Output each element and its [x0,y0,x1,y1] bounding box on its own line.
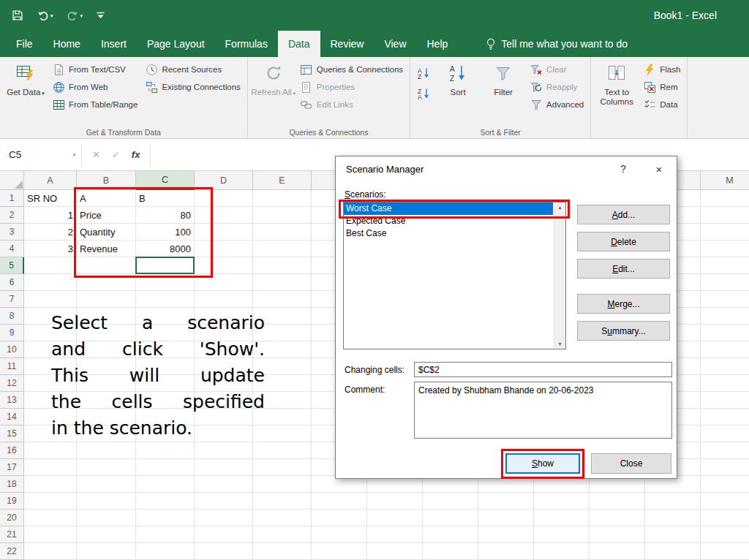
cell-c19[interactable] [136,493,195,510]
cell-m4[interactable] [701,241,749,257]
row-header-21[interactable]: 21 [0,526,24,543]
cell-h20[interactable] [423,510,478,526]
cell-d18[interactable] [195,476,253,493]
cell-b17[interactable] [77,459,136,476]
cell-c18[interactable] [136,476,195,493]
cell-d19[interactable] [195,493,253,510]
cell-d3[interactable] [195,224,253,241]
cell-b4[interactable]: Revenue [77,241,136,257]
flash-button[interactable]: Flash [639,61,684,78]
queries-connections-button[interactable]: Queries & Connections [296,61,407,78]
cell-m19[interactable] [701,493,749,510]
row-header-3[interactable]: 3 [0,224,24,241]
edit-links-button[interactable]: Edit Links [296,96,407,113]
row-header-17[interactable]: 17 [0,459,24,476]
cell-j19[interactable] [534,493,590,510]
cell-d5[interactable] [195,257,253,274]
list-scrollbar[interactable]: ▲ ▼ [554,203,565,349]
recent-sources-button[interactable]: Recent Sources [141,61,244,78]
cell-m17[interactable] [701,459,749,476]
cell-l19[interactable] [645,493,701,510]
cell-i19[interactable] [478,493,534,510]
cell-c4[interactable]: 8000 [136,241,195,257]
cell-e17[interactable] [253,459,312,476]
cell-d22[interactable] [195,543,253,560]
cell-a21[interactable] [24,526,77,543]
clear-button[interactable]: Clear [526,61,587,78]
cell-e19[interactable] [253,493,312,510]
cell-d2[interactable] [195,207,253,224]
get-data-button[interactable]: Get Data ▾ [3,58,48,97]
cell-b20[interactable] [77,510,136,526]
cell-c1[interactable]: B [136,190,195,207]
cell-c16[interactable] [136,442,195,459]
tab-tell-me-what-you-want-to-do[interactable]: Tell me what you want to do [475,31,638,57]
cell-m15[interactable] [701,425,749,442]
row-header-10[interactable]: 10 [0,341,24,358]
scroll-down-icon[interactable]: ▼ [557,341,562,347]
cell-b6[interactable] [77,274,136,291]
cell-b19[interactable] [77,493,136,510]
scenario-item-worst-case[interactable]: Worst Case [344,203,553,215]
edit-button[interactable]: Edit... [577,259,670,279]
cell-a18[interactable] [24,476,77,493]
row-header-12[interactable]: 12 [0,375,24,392]
row-header-11[interactable]: 11 [0,358,24,375]
cell-f22[interactable] [312,543,367,560]
redo-button[interactable]: ▾ [67,10,83,21]
cell-m3[interactable] [701,224,749,241]
row-header-6[interactable]: 6 [0,274,24,291]
cell-c6[interactable] [136,274,195,291]
cell-j22[interactable] [534,543,590,560]
tab-formulas[interactable]: Formulas [215,31,278,57]
data-button[interactable]: Data [639,96,684,113]
cell-d6[interactable] [195,274,253,291]
cell-i20[interactable] [478,510,534,526]
cell-c5[interactable] [136,257,195,274]
cell-c21[interactable] [136,526,195,543]
row-header-1[interactable]: 1 [0,190,24,207]
close-icon[interactable]: × [642,156,676,181]
row-header-4[interactable]: 4 [0,241,24,257]
cell-m13[interactable] [701,392,749,409]
cell-e16[interactable] [253,442,312,459]
tab-help[interactable]: Help [417,31,459,57]
cell-l21[interactable] [645,526,701,543]
row-header-15[interactable]: 15 [0,425,24,442]
cell-e1[interactable] [253,190,312,207]
cell-m10[interactable] [701,341,749,358]
cell-a4[interactable]: 3 [24,241,77,257]
cell-b2[interactable]: Price [77,207,136,224]
row-header-19[interactable]: 19 [0,493,24,510]
close-button[interactable]: Close [591,453,671,474]
show-button[interactable]: Show [505,453,580,474]
undo-button[interactable]: ▾ [37,10,53,21]
tab-data[interactable]: Data [278,31,320,57]
cell-l22[interactable] [645,543,701,560]
cell-m6[interactable] [701,274,749,291]
from-text-csv-button[interactable]: From Text/CSV [48,61,141,78]
row-header-5[interactable]: 5 [0,257,24,274]
cell-c20[interactable] [136,510,195,526]
row-header-9[interactable]: 9 [0,325,24,341]
cell-e6[interactable] [253,274,312,291]
row-header-2[interactable]: 2 [0,207,24,224]
sort-az-button[interactable]: AZ [413,64,434,82]
cell-f19[interactable] [312,493,367,510]
row-header-13[interactable]: 13 [0,392,24,409]
tab-page-layout[interactable]: Page Layout [137,31,215,57]
merge-button[interactable]: Merge... [577,294,670,314]
cell-h22[interactable] [423,543,478,560]
cell-c2[interactable]: 80 [136,207,195,224]
cell-m11[interactable] [701,358,749,375]
cell-c17[interactable] [136,459,195,476]
row-header-22[interactable]: 22 [0,543,24,560]
cell-d7[interactable] [195,291,253,308]
customize-quick-access-button[interactable] [96,12,105,20]
add-button[interactable]: Add... [577,205,670,224]
cell-b16[interactable] [77,442,136,459]
select-all-corner[interactable] [0,171,24,190]
cell-d4[interactable] [195,241,253,257]
column-header-m[interactable]: M [701,171,749,190]
comment-input[interactable]: Created by Shubham Bhande on 20-06-2023 [414,382,672,439]
